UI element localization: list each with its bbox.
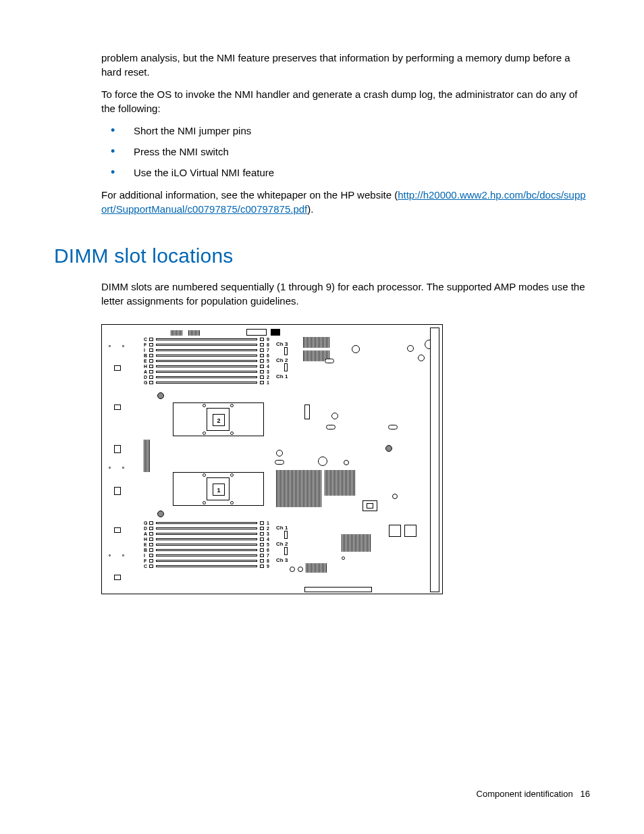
slot-number: 4 (267, 537, 269, 542)
dimm-slot-row: F8 (144, 558, 272, 563)
slot-letter: B (144, 548, 147, 552)
slot-letter: G (144, 380, 147, 385)
dimm-slot-row: A3 (144, 369, 272, 374)
dimm-slot-row: E5 (144, 542, 272, 547)
dimm-slot-row: E5 (144, 359, 272, 363)
dimm-slot-row: F8 (144, 342, 272, 347)
bullet-item: Short the NMI jumper pins (101, 124, 590, 138)
slot-number: 9 (267, 564, 269, 569)
slot-number: 8 (267, 558, 269, 563)
slot-letter: H (144, 537, 147, 542)
slot-letter: H (144, 364, 147, 369)
slot-letter: D (144, 526, 147, 531)
slot-letter: I (144, 348, 145, 353)
slot-letter: F (144, 342, 146, 347)
paragraph-intro-2: To force the OS to invoke the NMI handle… (101, 87, 590, 115)
dimm-slot-row: B6 (144, 353, 272, 358)
dimm-slot-row: I7 (144, 348, 272, 353)
section-heading-dimm: DIMM slot locations (54, 242, 590, 270)
section-paragraph: DIMM slots are numbered sequentially (1 … (101, 280, 590, 308)
slot-number: 7 (267, 348, 269, 353)
page-footer: Component identification 16 (477, 788, 590, 800)
slot-number: 1 (267, 521, 269, 525)
dimm-slot-row: G1 (144, 380, 272, 385)
slot-letter: F (144, 558, 146, 563)
dimm-slot-row: H4 (144, 364, 272, 369)
channel-label: Ch 3 (276, 556, 288, 564)
slot-letter: C (144, 564, 147, 569)
dimm-slot-row: A3 (144, 531, 272, 536)
slot-letter: G (144, 521, 147, 525)
paragraph-intro-1: problem analysis, but the NMI feature pr… (101, 51, 590, 79)
dimm-slot-row: D2 (144, 375, 272, 380)
cpu-socket-1: 1 (207, 477, 230, 500)
slot-letter: E (144, 542, 147, 547)
dimm-slot-row: G1 (144, 521, 272, 525)
dimm-slot-row: D2 (144, 526, 272, 531)
cpu-socket-2: 2 (207, 408, 230, 431)
slot-number: 9 (267, 337, 269, 342)
slot-number: 7 (267, 553, 269, 558)
paragraph-link: For additional information, see the whit… (101, 188, 590, 216)
slot-number: 2 (267, 526, 269, 531)
bullet-item: Press the NMI switch (101, 145, 590, 159)
dimm-slot-row: H4 (144, 537, 272, 542)
slot-number: 8 (267, 342, 269, 347)
dimm-slot-row: B6 (144, 548, 272, 552)
motherboard-diagram: C9F8I7B6E5H4A3D2G1 Ch 3 Ch 2 Ch 1 (101, 324, 443, 594)
bullet-item: Use the iLO Virtual NMI feature (101, 165, 590, 180)
slot-letter: C (144, 337, 147, 342)
slot-letter: I (144, 553, 145, 558)
slot-number: 5 (267, 359, 269, 363)
slot-letter: A (144, 531, 147, 536)
slot-number: 3 (267, 369, 269, 374)
slot-letter: B (144, 353, 147, 358)
dimm-slot-row: C9 (144, 564, 272, 569)
slot-number: 6 (267, 353, 269, 358)
slot-number: 3 (267, 531, 269, 536)
slot-letter: D (144, 375, 147, 380)
slot-number: 4 (267, 364, 269, 369)
slot-number: 1 (267, 380, 269, 385)
dimm-slot-row: I7 (144, 553, 272, 558)
slot-number: 2 (267, 375, 269, 380)
slot-letter: E (144, 359, 147, 363)
slot-number: 6 (267, 548, 269, 552)
bullet-list: Short the NMI jumper pins Press the NMI … (101, 124, 590, 180)
channel-label: Ch 1 (276, 373, 288, 380)
dimm-slot-row: C9 (144, 337, 272, 342)
slot-letter: A (144, 369, 147, 374)
slot-number: 5 (267, 542, 269, 547)
